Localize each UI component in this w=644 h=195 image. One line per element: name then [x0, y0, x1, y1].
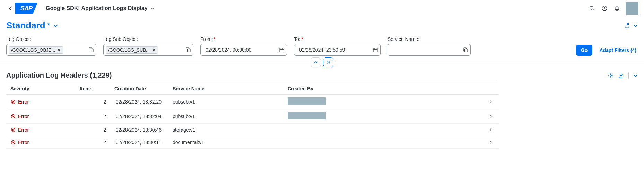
- row-nav-icon[interactable]: [485, 136, 499, 149]
- severity-error: Error: [10, 140, 71, 145]
- search-icon[interactable]: [586, 2, 598, 15]
- redacted-block: [288, 97, 326, 105]
- svg-point-0: [590, 6, 593, 9]
- app-title-dropdown[interactable]: Google SDK: Application Logs Display: [46, 5, 155, 11]
- sap-logo: SAP: [15, 3, 37, 14]
- filter-label: To:*: [294, 36, 381, 42]
- severity-text: Error: [18, 114, 29, 119]
- severity-text: Error: [18, 99, 29, 105]
- app-title-text: Google SDK: Application Logs Display: [46, 5, 148, 11]
- page-header: Standard*: [0, 17, 644, 33]
- value-help-icon[interactable]: [463, 47, 468, 53]
- required-indicator: *: [214, 36, 216, 42]
- severity-text: Error: [18, 127, 29, 133]
- to-date-value: 02/28/2024, 23:59:59: [296, 47, 371, 53]
- cell-creation-date: 02/28/2024, 13:30:46: [110, 124, 166, 136]
- variant-selector[interactable]: Standard*: [6, 20, 58, 31]
- filter-log-object: Log Object: /GOOG/LOG_OBJE... ✕: [6, 36, 96, 56]
- row-nav-icon[interactable]: [485, 109, 499, 124]
- error-icon: [10, 127, 16, 133]
- log-object-input[interactable]: /GOOG/LOG_OBJE... ✕: [6, 44, 96, 56]
- svg-rect-8: [280, 48, 284, 52]
- col-nav: [485, 83, 499, 95]
- from-date-input[interactable]: 02/28/2024, 00:00:00: [200, 44, 287, 56]
- value-help-icon[interactable]: [185, 47, 191, 53]
- log-sub-object-input[interactable]: /GOOG/LOG_SUB... ✕: [103, 44, 193, 56]
- export-icon[interactable]: [618, 72, 624, 79]
- chevron-down-icon: [150, 6, 155, 10]
- from-date-value: 02/28/2024, 00:00:00: [203, 47, 277, 53]
- filter-token: /GOOG/LOG_SUB... ✕: [106, 46, 158, 54]
- cell-items: 2: [76, 109, 110, 124]
- divider: [628, 72, 629, 79]
- table-row[interactable]: Error 202/28/2024, 13:30:11documentai:v1: [6, 136, 499, 149]
- help-icon[interactable]: ?: [598, 2, 611, 15]
- settings-icon[interactable]: [608, 72, 614, 79]
- row-nav-icon[interactable]: [485, 124, 499, 136]
- cell-created-by: [284, 109, 485, 124]
- col-creation-date[interactable]: Creation Date: [110, 83, 166, 95]
- filter-log-sub-object: Log Sub Object: /GOOG/LOG_SUB... ✕: [103, 36, 193, 56]
- col-items[interactable]: Items: [76, 83, 110, 95]
- token-text: /GOOG/LOG_SUB...: [108, 47, 150, 53]
- chevron-down-icon[interactable]: [633, 73, 638, 78]
- calendar-icon[interactable]: [373, 47, 378, 53]
- table-row[interactable]: Error 202/28/2024, 13:30:46storage:v1: [6, 124, 499, 136]
- table-header-row: Severity Items Creation Date Service Nam…: [6, 83, 499, 95]
- cell-creation-date: 02/28/2024, 13:32:04: [110, 109, 166, 124]
- svg-rect-7: [187, 49, 190, 52]
- filter-label: Log Sub Object:: [103, 36, 193, 42]
- cell-items: 2: [76, 136, 110, 149]
- share-icon[interactable]: [624, 23, 630, 29]
- token-remove-icon[interactable]: ✕: [152, 47, 156, 53]
- col-severity[interactable]: Severity: [6, 83, 76, 95]
- filter-to: To:* 02/28/2024, 23:59:59: [294, 36, 381, 56]
- go-button[interactable]: Go: [576, 45, 592, 56]
- cell-created-by: [284, 124, 485, 136]
- error-icon: [10, 114, 16, 119]
- col-service-name[interactable]: Service Name: [166, 83, 284, 95]
- chevron-down-icon[interactable]: [633, 23, 638, 28]
- severity-text: Error: [18, 140, 29, 145]
- service-name-input[interactable]: [388, 44, 471, 56]
- cell-service-name: pubsub:v1: [166, 109, 284, 124]
- log-table: Severity Items Creation Date Service Nam…: [6, 83, 499, 149]
- filter-label: Service Name:: [388, 36, 471, 42]
- table-row[interactable]: Error 202/28/2024, 13:32:04pubsub:v1: [6, 109, 499, 124]
- svg-line-1: [593, 9, 594, 10]
- variant-title-text: Standard: [6, 20, 45, 31]
- row-nav-icon[interactable]: [485, 95, 499, 109]
- notification-icon[interactable]: [611, 2, 623, 15]
- cell-items: 2: [76, 124, 110, 136]
- table-row[interactable]: Error 202/28/2024, 13:32:20pubsub:v1: [6, 95, 499, 109]
- table-header: Application Log Headers (1,229): [6, 70, 638, 83]
- cell-items: 2: [76, 95, 110, 109]
- back-button[interactable]: [6, 6, 15, 11]
- severity-error: Error: [10, 127, 71, 133]
- col-created-by[interactable]: Created By: [284, 83, 485, 95]
- filter-label: Log Object:: [6, 36, 96, 42]
- adapt-filters-link[interactable]: Adapt Filters (4): [598, 47, 638, 53]
- table-title: Application Log Headers (1,229): [6, 71, 112, 79]
- variant-modified-indicator: *: [47, 22, 50, 29]
- svg-text:?: ?: [603, 7, 606, 10]
- redacted-block: [288, 112, 326, 119]
- filter-service-name: Service Name:: [388, 36, 471, 56]
- filter-token: /GOOG/LOG_OBJE... ✕: [9, 46, 63, 54]
- filter-bar: Log Object: /GOOG/LOG_OBJE... ✕ Log Sub …: [0, 33, 644, 62]
- table-toolbar: [608, 72, 638, 79]
- severity-error: Error: [10, 114, 71, 119]
- value-help-icon[interactable]: [88, 47, 94, 53]
- filter-label: From:*: [200, 36, 287, 42]
- to-date-input[interactable]: 02/28/2024, 23:59:59: [294, 44, 381, 56]
- collapse-filter-bar-button[interactable]: [311, 57, 321, 67]
- cell-service-name: documentai:v1: [166, 136, 284, 149]
- svg-rect-17: [464, 49, 468, 52]
- svg-rect-12: [373, 48, 377, 52]
- calendar-icon[interactable]: [279, 47, 285, 53]
- avatar[interactable]: [626, 2, 638, 15]
- token-remove-icon[interactable]: ✕: [57, 47, 61, 53]
- filter-bar-handles: [311, 57, 333, 67]
- pin-filter-bar-button[interactable]: [323, 57, 333, 67]
- cell-created-by: [284, 136, 485, 149]
